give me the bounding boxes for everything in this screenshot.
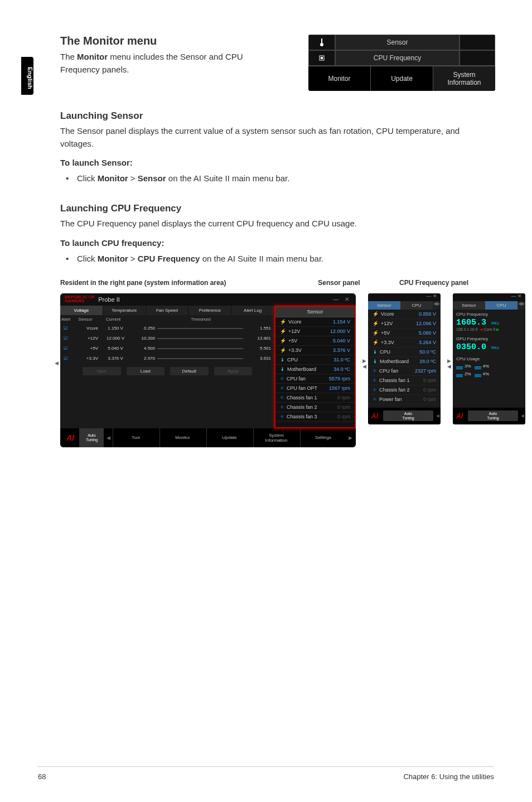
threshold-slider[interactable] bbox=[155, 356, 245, 361]
usage-bars-icon bbox=[456, 371, 463, 377]
window-controls[interactable]: — ✕ bbox=[368, 293, 441, 301]
left-expand-arrow[interactable]: ◀ bbox=[55, 360, 59, 366]
sensor-item: ✳Chassis fan 20 rpm bbox=[368, 385, 441, 395]
sensor-name: +3.3V bbox=[288, 347, 302, 353]
auto-tuning-button[interactable]: Auto Tuning bbox=[468, 410, 518, 421]
sensor-name: +5V bbox=[381, 330, 390, 336]
tab-preference[interactable]: Preference bbox=[188, 306, 231, 315]
sensor-name: Chassis fan 1 bbox=[287, 395, 317, 400]
tab-alertlog[interactable]: Alert Log bbox=[231, 306, 274, 315]
tab-sensor[interactable]: Sensor bbox=[453, 301, 485, 310]
threshold-high: 3.631 bbox=[245, 356, 271, 361]
chevron-left-icon[interactable]: ◀ bbox=[105, 435, 112, 441]
usage-pct: 4% bbox=[483, 371, 490, 376]
sensor-value: 3.264 V bbox=[419, 340, 436, 345]
sensor-item: ✳Chassis fan 20 rpm bbox=[275, 403, 355, 412]
settings-button[interactable]: Settings bbox=[300, 428, 346, 447]
sensor-item: 🌡MotherBoard34.0 ºC bbox=[275, 365, 355, 374]
sensor-panel-label: Sensor panel bbox=[294, 279, 384, 287]
svg-rect-3 bbox=[321, 57, 323, 59]
chevron-left-icon[interactable]: ◀ bbox=[520, 413, 525, 418]
sensor-item: 🌡CPU31.0 ºC bbox=[275, 355, 355, 365]
launching-cpufreq-text: The CPU Frequency panel displays the cur… bbox=[60, 218, 495, 230]
tab-scroll-icon[interactable]: ◀▶ bbox=[433, 301, 441, 310]
monitor-menu-intro: The Monitor menu includes the Sensor and… bbox=[60, 51, 272, 76]
sensor-item: ⚡Vcore1.154 V bbox=[275, 317, 355, 327]
alert-checkbox[interactable]: ☑ bbox=[64, 336, 74, 341]
sensor-name: Chassis fan 2 bbox=[287, 404, 317, 410]
sensor-value: 0 rpm bbox=[423, 378, 436, 383]
sensor-item: ⚡+5V5.040 V bbox=[275, 336, 355, 346]
apply-button[interactable]: Apply bbox=[214, 367, 253, 375]
sensor-value: 0 rpm bbox=[423, 387, 436, 393]
launching-sensor-heading: Launching Sensor bbox=[60, 110, 495, 122]
sensor-value: 5.040 V bbox=[333, 338, 350, 344]
tab-temperature[interactable]: Temperature bbox=[103, 306, 146, 315]
sensor-name: MotherBoard bbox=[380, 359, 409, 364]
sensor-value: 0 rpm bbox=[423, 397, 436, 402]
cpu-panel-label: CPU Frequency panel bbox=[384, 279, 484, 287]
mini-monitor-button[interactable]: Monitor bbox=[308, 66, 371, 91]
sensor-item: ✳Chassis fan 30 rpm bbox=[275, 412, 355, 422]
default-button[interactable]: Default bbox=[170, 367, 209, 375]
alert-checkbox[interactable]: ☑ bbox=[64, 346, 74, 351]
window-controls[interactable]: — ✕ bbox=[453, 293, 525, 301]
save-button[interactable]: Save bbox=[83, 367, 121, 375]
window-controls[interactable]: — ✕ bbox=[333, 296, 351, 302]
auto-tuning-button[interactable]: Auto Tuning bbox=[383, 410, 433, 421]
tab-cpu[interactable]: CPU bbox=[485, 301, 518, 310]
ai-logo-icon: AI bbox=[368, 412, 381, 420]
sensor-item: ⚡+5V5.080 V bbox=[368, 328, 441, 338]
sensor-value: 0 rpm bbox=[337, 404, 350, 410]
tab-sensor[interactable]: Sensor bbox=[368, 301, 400, 310]
mini-update-button[interactable]: Update bbox=[371, 66, 433, 91]
sysinfo-button[interactable]: System Information bbox=[253, 428, 299, 447]
sensor-name: Power fan bbox=[379, 397, 402, 402]
tab-scroll-icon[interactable]: ◀▶ bbox=[518, 301, 525, 310]
chevron-right-icon[interactable]: ▶ bbox=[347, 435, 354, 441]
threshold-high: 13.801 bbox=[245, 336, 271, 341]
update-button[interactable]: Update bbox=[206, 428, 252, 447]
tab-voltage[interactable]: Voltage bbox=[60, 306, 103, 315]
threshold-slider[interactable] bbox=[155, 326, 245, 331]
monitor-button[interactable]: Monitor bbox=[159, 428, 205, 447]
threshold-low: 2.970 bbox=[129, 356, 155, 361]
alert-checkbox[interactable]: ☑ bbox=[64, 356, 74, 361]
mini-cpufreq-label[interactable]: CPU Frequency bbox=[335, 50, 460, 66]
page-footer: 68 Chapter 6: Using the utilities bbox=[38, 766, 494, 781]
expand-arrow-icon[interactable]: ▶ ◀ bbox=[362, 358, 368, 369]
threshold-slider[interactable] bbox=[155, 346, 245, 351]
cpu-usage-row: 3%4% bbox=[456, 363, 522, 370]
usage-bars-icon bbox=[456, 364, 463, 369]
voltage-row: ☑+12V12.000 V10.20013.801 bbox=[60, 334, 274, 344]
sensor-item: ✳Chassis fan 10 rpm bbox=[275, 393, 355, 403]
sensor-value: 28.0 ºC bbox=[419, 359, 436, 364]
tab-fanspeed[interactable]: Fan Speed bbox=[146, 306, 189, 315]
threshold-low: 10.200 bbox=[129, 336, 155, 341]
sensor-name: +5V bbox=[288, 338, 297, 344]
tab-cpu[interactable]: CPU bbox=[400, 301, 433, 310]
usage-pct: 4% bbox=[483, 364, 490, 369]
sensor-value: 0 rpm bbox=[337, 414, 350, 419]
mini-sensor-label[interactable]: Sensor bbox=[335, 35, 460, 50]
expand-arrow-icon[interactable]: ▶ ◀ bbox=[447, 358, 453, 369]
alert-checkbox[interactable]: ☑ bbox=[64, 326, 74, 331]
sensor-name: CPU bbox=[380, 349, 390, 355]
threshold-slider[interactable] bbox=[155, 336, 245, 341]
sensor-side-panel: — ✕ Sensor CPU ◀▶ ⚡Vcore0.856 V⚡+12V12.0… bbox=[368, 293, 441, 424]
chevron-left-icon[interactable]: ◀ bbox=[435, 413, 441, 418]
chip-icon bbox=[308, 50, 335, 66]
sensor-value: 1567 rpm bbox=[329, 385, 350, 391]
sensor-value: 31.0 ºC bbox=[333, 357, 350, 363]
threshold-low: 0.250 bbox=[129, 326, 155, 331]
usage-bars-icon bbox=[475, 371, 481, 377]
sensor-name: +5V bbox=[74, 346, 101, 351]
mini-sysinfo-button[interactable]: System Information bbox=[433, 66, 495, 91]
auto-tuning-button[interactable]: Auto Tuning bbox=[79, 428, 104, 447]
sensor-value: 0.856 V bbox=[419, 311, 436, 317]
sensor-name: +3.3V bbox=[74, 356, 101, 361]
tool-button[interactable]: Tool bbox=[113, 428, 158, 447]
language-tab: English bbox=[21, 57, 33, 95]
sensor-value: 5.080 V bbox=[419, 330, 436, 336]
load-button[interactable]: Load bbox=[127, 367, 165, 375]
